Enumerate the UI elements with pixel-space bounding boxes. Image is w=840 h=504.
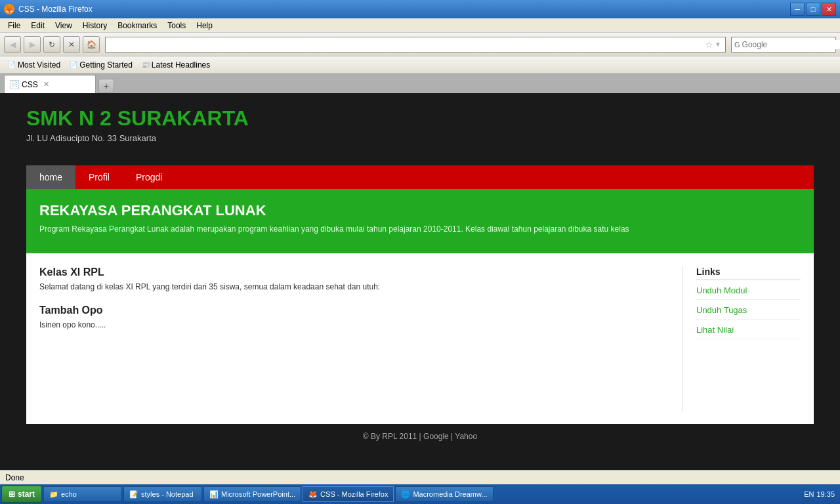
main-content: Kelas XI RPL Selamat datang di kelas XI … [26, 253, 814, 424]
browser-content: SMK N 2 SURAKARTA Jl. LU Adisucipto No. … [0, 93, 840, 449]
bookmark-most-visited[interactable]: 📄 Most Visited [5, 59, 63, 71]
menu-history[interactable]: History [77, 20, 112, 32]
address-input[interactable]: file:///C:/AppServ/www/echo/jadi.html [110, 40, 704, 49]
search-input[interactable] [742, 40, 840, 49]
menu-view[interactable]: View [50, 20, 77, 32]
link-unduh-modul[interactable]: Unduh Modul [696, 285, 801, 300]
bookmark-latest-headlines[interactable]: 📰 Latest Headlines [139, 59, 213, 71]
site-title: SMK N 2 SURAKARTA [26, 106, 814, 131]
back-button[interactable]: ◀ [4, 36, 21, 53]
footer-text: © By RPL 2011 | Google | Yahoo [363, 432, 477, 441]
bookmark-label-latest-headlines: Latest Headlines [152, 60, 210, 70]
title-bar-controls: ─ □ ✕ [790, 3, 836, 16]
green-section: REKAYASA PERANGKAT LUNAK Program Rekayas… [26, 189, 814, 253]
site-subtitle: Jl. LU Adisucipto No. 33 Surakarta [26, 133, 814, 143]
forward-button[interactable]: ▶ [24, 36, 41, 53]
stop-button[interactable]: ✕ [63, 36, 80, 53]
bookmark-label-getting-started: Getting Started [79, 60, 133, 70]
dropdown-arrow-icon[interactable]: ▼ [715, 41, 721, 48]
tab-css[interactable]: 📄 CSS ✕ [4, 75, 96, 93]
search-bar: G 🔍 [731, 37, 836, 52]
nav-bar: ◀ ▶ ↻ ✕ 🏠 file:///C:/AppServ/www/echo/ja… [0, 33, 840, 56]
tab-bar: 📄 CSS ✕ + [0, 74, 840, 93]
nav-progdi[interactable]: Progdi [123, 165, 175, 189]
bookmark-icon-most-visited: 📄 [8, 61, 16, 68]
menu-tools[interactable]: Tools [162, 20, 191, 32]
firefox-icon: 🦊 [4, 4, 14, 14]
links-heading: Links [696, 266, 801, 280]
reload-button[interactable]: ↻ [43, 36, 60, 53]
site-navigation: home Profil Progdi [26, 165, 814, 189]
bookmark-icon-latest-headlines: 📰 [142, 61, 150, 68]
title-bar-left: 🦊 CSS - Mozilla Firefox [4, 4, 93, 14]
window-title: CSS - Mozilla Firefox [18, 5, 93, 14]
bookmarks-bar: 📄 Most Visited 📄 Getting Started 📰 Lates… [0, 56, 840, 74]
bookmark-icon-getting-started: 📄 [70, 61, 77, 68]
home-button[interactable]: 🏠 [83, 36, 100, 53]
section-title-1: Kelas XI RPL [39, 266, 669, 278]
bookmark-label-most-visited: Most Visited [18, 60, 60, 70]
section-text-2: Isinen opo kono..... [39, 320, 669, 329]
nav-profil[interactable]: Profil [75, 165, 123, 189]
menu-bar: File Edit View History Bookmarks Tools H… [0, 18, 840, 33]
tab-favicon: 📄 [10, 80, 19, 89]
content-left: Kelas XI RPL Selamat datang di kelas XI … [39, 266, 669, 411]
menu-edit[interactable]: Edit [26, 20, 50, 32]
content-right: Links Unduh Modul Unduh Tugas Lihat Nila… [682, 266, 801, 411]
tab-close-button[interactable]: ✕ [43, 80, 49, 89]
menu-bookmarks[interactable]: Bookmarks [112, 20, 162, 32]
bookmark-getting-started[interactable]: 📄 Getting Started [67, 59, 135, 71]
minimize-button[interactable]: ─ [790, 3, 805, 16]
site-footer: © By RPL 2011 | Google | Yahoo [0, 424, 840, 449]
google-icon: G [734, 41, 740, 49]
menu-help[interactable]: Help [191, 20, 218, 32]
new-tab-button[interactable]: + [98, 79, 114, 93]
nav-home[interactable]: home [26, 165, 75, 189]
website-header: SMK N 2 SURAKARTA Jl. LU Adisucipto No. … [0, 93, 840, 165]
section-title-2: Tambah Opo [39, 304, 669, 316]
bookmark-star-icon[interactable]: ☆ [705, 39, 713, 50]
menu-file[interactable]: File [3, 20, 26, 32]
green-heading: REKAYASA PERANGKAT LUNAK [39, 202, 801, 219]
close-button[interactable]: ✕ [822, 3, 836, 16]
section-text-1: Selamat datang di kelas XI RPL yang terd… [39, 282, 669, 291]
tab-label: CSS [22, 80, 38, 89]
green-description: Program Rekayasa Perangkat Lunak adalah … [39, 224, 801, 234]
maximize-button[interactable]: □ [806, 3, 820, 16]
address-bar: file:///C:/AppServ/www/echo/jadi.html ☆ … [105, 37, 726, 52]
title-bar: 🦊 CSS - Mozilla Firefox ─ □ ✕ [0, 0, 840, 18]
link-unduh-tugas[interactable]: Unduh Tugas [696, 305, 801, 320]
link-lihat-nilai[interactable]: Lihat Nilai [696, 325, 801, 339]
